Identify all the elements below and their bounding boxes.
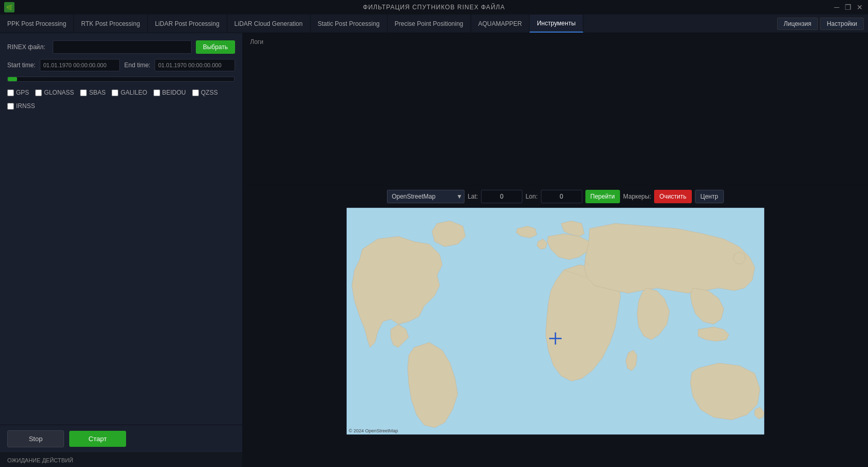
end-time-input[interactable] [154, 59, 235, 71]
slider-track[interactable] [7, 77, 235, 82]
log-section: Логи [243, 33, 868, 186]
app-icon: 🌿 [4, 2, 14, 12]
map-copyright: © 2024 OpenStreetMap [349, 428, 398, 433]
map-section: OpenStreetMap Satellite Terrain ▼ Lat: L… [243, 186, 868, 467]
center-button[interactable]: Центр [695, 190, 724, 203]
map-controls: OpenStreetMap Satellite Terrain ▼ Lat: L… [387, 190, 724, 203]
settings-button[interactable]: Настройки [820, 18, 864, 30]
checkbox-sbas[interactable]: SBAS [80, 89, 105, 96]
minimize-icon[interactable]: ─ [833, 3, 841, 11]
slider-fill [8, 77, 17, 81]
tab-ppk[interactable]: PPK Post Processing [0, 14, 74, 33]
tab-static[interactable]: Static Post Processing [311, 14, 388, 33]
map-type-wrapper: OpenStreetMap Satellite Terrain ▼ [387, 190, 464, 203]
checkbox-qzss[interactable]: QZSS [192, 89, 218, 96]
checkbox-glonass[interactable]: GLONASS [35, 89, 74, 96]
checkbox-galileo[interactable]: GALILEO [112, 89, 147, 96]
lat-input[interactable] [481, 190, 522, 203]
map-display[interactable]: © 2024 OpenStreetMap [346, 207, 765, 435]
rinex-row: RINEX файл: Выбрать [7, 40, 235, 54]
lon-input[interactable] [541, 190, 582, 203]
goto-button[interactable]: Перейти [585, 190, 621, 203]
clear-markers-button[interactable]: Очистить [654, 190, 691, 203]
window-controls: ─ ❐ ✕ [833, 3, 864, 11]
tab-aquamapper[interactable]: AQUAMAPPER [471, 14, 530, 33]
world-map-svg [347, 208, 765, 435]
left-panel: RINEX файл: Выбрать Start time: End time… [0, 33, 243, 467]
titlebar: 🌿 ФИЛЬТРАЦИЯ СПУТНИКОВ RINEX ФАЙЛА ─ ❐ ✕ [0, 0, 868, 14]
lat-label: Lat: [468, 193, 478, 200]
tab-ppp[interactable]: Precise Point Positioning [388, 14, 471, 33]
satellite-checkboxes: GPS GLONASS SBAS GALILEO BEIDOU [7, 89, 235, 110]
tab-tools[interactable]: Инструменты [530, 14, 583, 33]
lon-label: Lon: [525, 193, 537, 200]
restore-icon[interactable]: ❐ [844, 3, 853, 11]
checkbox-gps[interactable]: GPS [7, 89, 29, 96]
tabbar: PPK Post Processing RTK Post Processing … [0, 14, 868, 33]
checkbox-irnss[interactable]: IRNSS [7, 102, 35, 110]
tabbar-right-buttons: Лицензия Настройки [777, 14, 868, 33]
license-button[interactable]: Лицензия [777, 18, 818, 30]
slider-container [7, 77, 235, 84]
map-crosshair [549, 333, 562, 347]
statusbar: ОЖИДАНИЕ ДЕЙСТВИЙ [0, 453, 242, 467]
start-time-label: Start time: [7, 62, 36, 69]
start-time-input[interactable] [40, 59, 120, 71]
start-button[interactable]: Старт [69, 431, 126, 447]
map-type-select[interactable]: OpenStreetMap Satellite Terrain [387, 190, 464, 203]
right-panel: Логи OpenStreetMap Satellite Terrain ▼ L… [243, 33, 868, 467]
markers-label: Маркеры: [623, 193, 651, 200]
window-title: ФИЛЬТРАЦИЯ СПУТНИКОВ RINEX ФАЙЛА [363, 4, 505, 11]
main-content: RINEX файл: Выбрать Start time: End time… [0, 33, 868, 467]
left-bottom: Stop Старт [0, 425, 242, 453]
tab-lidar-cloud[interactable]: LiDAR Cloud Generation [227, 14, 311, 33]
end-time-label: End time: [124, 62, 150, 69]
close-icon[interactable]: ✕ [856, 3, 864, 11]
tab-lidar[interactable]: LiDAR Post Processing [148, 14, 227, 33]
status-text: ОЖИДАНИЕ ДЕЙСТВИЙ [7, 457, 73, 463]
log-label: Логи [250, 38, 861, 46]
tab-rtk[interactable]: RTK Post Processing [74, 14, 148, 33]
stop-button[interactable]: Stop [7, 430, 64, 447]
time-row: Start time: End time: [7, 59, 235, 71]
choose-button[interactable]: Выбрать [196, 40, 235, 54]
checkbox-beidou[interactable]: BEIDOU [153, 89, 186, 96]
rinex-input[interactable] [53, 40, 192, 54]
left-content: RINEX файл: Выбрать Start time: End time… [0, 33, 242, 425]
rinex-label: RINEX файл: [7, 43, 49, 51]
map-container: © 2024 OpenStreetMap [347, 208, 764, 434]
